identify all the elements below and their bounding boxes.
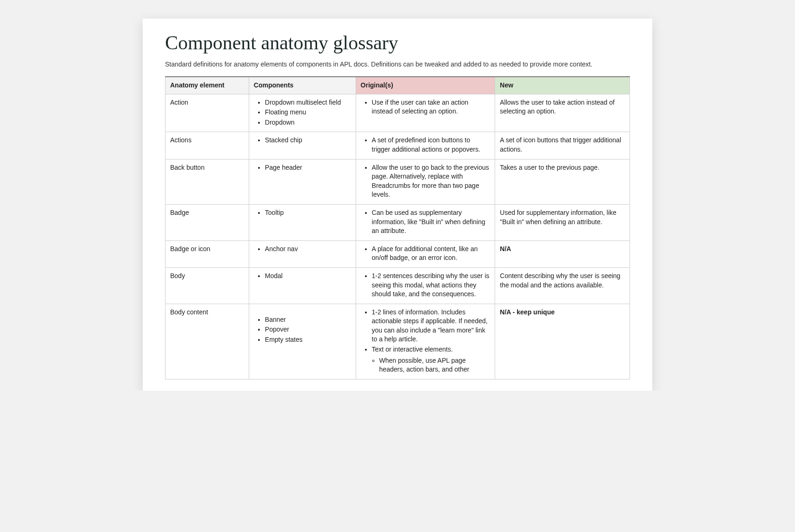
list-item: Dropdown multiselect field [265, 98, 351, 107]
list-item: 1-2 sentences describing why the user is… [372, 272, 490, 299]
cell-new: Allows the user to take action instead o… [495, 94, 630, 132]
list-item: Page header [265, 163, 351, 173]
col-header-original: Original(s) [356, 77, 495, 94]
cell-new: N/A [495, 240, 630, 267]
list-item: A place for additional content, like an … [372, 245, 490, 263]
list-item: Popover [265, 325, 351, 334]
list-item: 1-2 lines of information. Includes actio… [372, 308, 490, 344]
cell-anatomy: Badge [166, 204, 249, 240]
cell-new: Takes a user to the previous page. [495, 159, 630, 204]
list-item: Banner [265, 315, 351, 325]
cell-anatomy: Action [166, 94, 249, 132]
document-page: Component anatomy glossary Standard defi… [143, 19, 652, 391]
list-item: Anchor nav [265, 245, 351, 254]
table-row: BadgeTooltipCan be used as supplementary… [166, 204, 630, 240]
list-item: Dropdown [265, 118, 351, 127]
list-item: When possible, use APL page headers, act… [379, 356, 490, 374]
cell-new: Used for supplementary information, like… [495, 204, 630, 240]
list-item: Can be used as supplementary information… [372, 208, 490, 236]
list-item: Use if the user can take an action inste… [372, 98, 490, 116]
list-item: Text or interactive elements. [372, 345, 490, 354]
list-item: Floating menu [265, 108, 351, 117]
col-header-anatomy: Anatomy element [166, 77, 249, 94]
list-item: Stacked chip [265, 136, 351, 145]
table-header-row: Anatomy element Components Original(s) N… [166, 77, 630, 94]
table-row: Back buttonPage headerAllow the user to … [166, 159, 630, 204]
cell-components: Stacked chip [249, 132, 356, 159]
cell-new: A set of icon buttons that trigger addit… [495, 132, 630, 159]
page-subtitle: Standard definitions for anatomy element… [165, 60, 630, 68]
cell-components: Anchor nav [249, 240, 356, 267]
cell-original: Allow the user to go back to the previou… [356, 159, 495, 204]
table-row: BodyModal 1-2 sentences describing why t… [166, 267, 630, 304]
col-header-new: New [495, 77, 630, 94]
table-row: ActionsStacked chipA set of predefined i… [166, 132, 630, 159]
cell-original: 1-2 sentences describing why the user is… [356, 267, 495, 304]
cell-original: A set of predefined icon buttons to trig… [356, 132, 495, 159]
list-item: Modal [265, 272, 351, 281]
cell-components: Tooltip [249, 204, 356, 240]
glossary-table: Anatomy element Components Original(s) N… [165, 76, 630, 379]
page-title: Component anatomy glossary [165, 32, 630, 54]
cell-new: N/A - keep unique [495, 304, 630, 379]
table-row: Body contentBannerPopoverEmpty states1-2… [166, 304, 630, 379]
table-row: ActionDropdown multiselect fieldFloating… [166, 94, 630, 132]
cell-components: Modal [249, 267, 356, 304]
list-item: Empty states [265, 335, 351, 345]
cell-anatomy: Body content [166, 304, 249, 379]
cell-anatomy: Body [166, 267, 249, 304]
cell-anatomy: Badge or icon [166, 240, 249, 267]
cell-anatomy: Back button [166, 159, 249, 204]
col-header-components: Components [249, 77, 356, 94]
list-item: Tooltip [265, 208, 351, 218]
list-item: A set of predefined icon buttons to trig… [372, 136, 490, 154]
cell-components: Page header [249, 159, 356, 204]
cell-components: Dropdown multiselect fieldFloating menuD… [249, 94, 356, 132]
table-row: Badge or iconAnchor navA place for addit… [166, 240, 630, 267]
list-item: Allow the user to go back to the previou… [372, 163, 490, 200]
cell-original: A place for additional content, like an … [356, 240, 495, 267]
cell-original: Use if the user can take an action inste… [356, 94, 495, 132]
cell-anatomy: Actions [166, 132, 249, 159]
cell-original: 1-2 lines of information. Includes actio… [356, 304, 495, 379]
cell-components: BannerPopoverEmpty states [249, 304, 356, 379]
cell-new: Content describing why the user is seein… [495, 267, 630, 304]
cell-original: Can be used as supplementary information… [356, 204, 495, 240]
